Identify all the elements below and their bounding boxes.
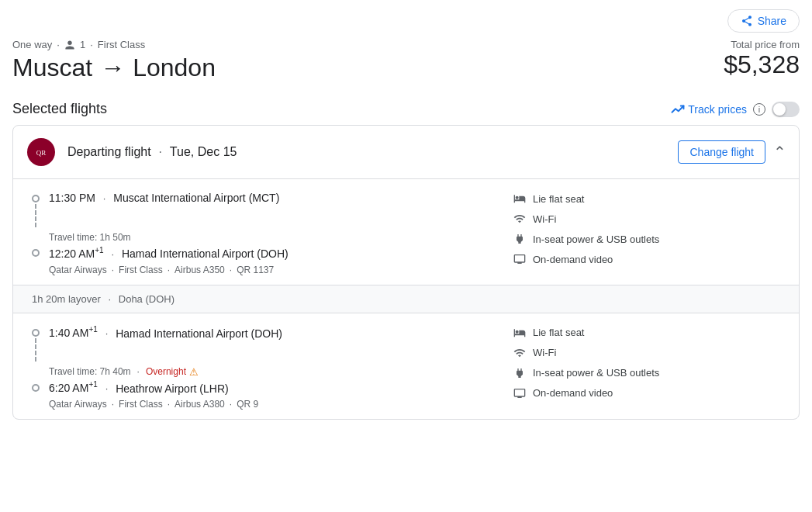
amenity-wifi-2: Wi-Fi — [513, 346, 780, 360]
departing-info: Departing flight · Tue, Dec 15 — [67, 145, 237, 159]
share-button[interactable]: Share — [727, 9, 800, 33]
amenity-power-label-2: In-seat power & USB outlets — [533, 367, 659, 379]
amenity-video-label-2: On-demand video — [533, 387, 613, 399]
track-prices-area: Track prices i — [671, 102, 800, 117]
travel-time-2: Travel time: 7h 40m · Overnight ⚠ — [49, 366, 482, 378]
flight-card-header: QR Departing flight · Tue, Dec 15 Change… — [13, 126, 799, 179]
dot-col-arrival-1 — [32, 246, 40, 257]
info-icon[interactable]: i — [753, 103, 765, 116]
origin: Muscat — [12, 54, 92, 82]
amenity-seat-label-2: Lie flat seat — [533, 327, 585, 338]
trip-type: One way — [12, 39, 52, 50]
video-icon-1 — [513, 252, 527, 266]
track-prices-label: Track prices — [688, 103, 747, 116]
departing-label: Departing flight — [67, 145, 151, 158]
segment-1-left: 11:30 PM · Muscat International Airport … — [32, 192, 482, 275]
seat-icon-2 — [513, 326, 527, 340]
dot-col-1 — [32, 192, 40, 229]
overnight-badge: Overnight — [146, 366, 186, 377]
amenity-seat-2: Lie flat seat — [513, 326, 780, 340]
arrival-airport-2: Heathrow Airport (LHR) — [116, 382, 229, 394]
departure-row-2: 1:40 AM+1 · Hamad International Airport … — [32, 326, 482, 363]
dot-col-2 — [32, 326, 40, 363]
collapse-icon[interactable]: ⌃ — [773, 143, 786, 161]
selected-flights-row: Selected flights Track prices i — [12, 101, 800, 117]
header-row: One way · 1 · First Class Muscat → Londo… — [12, 39, 800, 92]
price-label: Total price from — [724, 39, 800, 50]
layover-row: 1h 20m layover · Doha (DOH) — [13, 285, 799, 313]
departing-date: Tue, Dec 15 — [170, 145, 237, 158]
amenity-video-label-1: On-demand video — [533, 254, 613, 265]
departure-circle-1 — [32, 195, 40, 202]
arrival-circle-1 — [32, 249, 40, 257]
amenity-wifi-label-1: Wi-Fi — [533, 213, 556, 225]
amenity-seat-1: Lie flat seat — [513, 192, 780, 206]
track-prices-button[interactable]: Track prices — [671, 102, 747, 116]
dot-col-arrival-2 — [32, 381, 40, 392]
power-icon-2 — [513, 366, 527, 380]
trip-info: One way · 1 · First Class Muscat → Londo… — [12, 39, 216, 92]
amenity-wifi-1: Wi-Fi — [513, 212, 780, 226]
top-bar: Share — [12, 9, 800, 33]
arrival-row-1: 12:20 AM+1 · Hamad International Airport… — [32, 246, 482, 260]
cabin-class: First Class — [98, 39, 145, 50]
arrival-airport-1: Hamad International Airport (DOH) — [122, 247, 289, 260]
amenity-power-1: In-seat power & USB outlets — [513, 232, 780, 246]
airline-info-1: Qatar Airways · First Class · Airbus A35… — [49, 265, 482, 275]
amenity-power-2: In-seat power & USB outlets — [513, 366, 780, 380]
dashed-line-2 — [35, 338, 36, 362]
arrival-row-2: 6:20 AM+1 · Heathrow Airport (LHR) — [32, 381, 482, 395]
amenity-seat-label-1: Lie flat seat — [533, 193, 585, 205]
departure-circle-2 — [32, 329, 40, 337]
seat-icon — [513, 192, 527, 206]
dashed-line-1 — [35, 204, 36, 227]
wifi-icon-1 — [513, 212, 527, 226]
svg-text:QR: QR — [36, 149, 47, 157]
video-icon-2 — [513, 386, 527, 400]
share-icon — [741, 15, 753, 27]
wifi-icon-2 — [513, 346, 527, 360]
flight-card-header-left: QR Departing flight · Tue, Dec 15 — [26, 137, 237, 168]
layover-location: Doha (DOH) — [119, 293, 174, 305]
qatar-airways-logo-icon: QR — [26, 137, 57, 168]
trend-icon — [671, 102, 685, 116]
warning-icon: ⚠ — [189, 366, 199, 378]
selected-flights-title: Selected flights — [12, 101, 107, 117]
amenity-video-2: On-demand video — [513, 386, 780, 400]
destination: London — [133, 54, 216, 82]
flight-card-header-right: Change flight ⌃ — [678, 140, 786, 164]
arrival-time-1: 12:20 AM+1 — [49, 247, 106, 260]
departure-airport-1: Muscat International Airport (MCT) — [113, 192, 279, 204]
departure-time-2: 1:40 AM+1 — [49, 327, 101, 339]
segment-2-left: 1:40 AM+1 · Hamad International Airport … — [32, 326, 482, 410]
segment-2: 1:40 AM+1 · Hamad International Airport … — [13, 313, 799, 420]
amenity-wifi-label-2: Wi-Fi — [533, 347, 556, 358]
arrival-circle-2 — [32, 384, 40, 392]
track-prices-toggle[interactable] — [772, 102, 800, 117]
segment-1: 11:30 PM · Muscat International Airport … — [13, 179, 799, 285]
departure-airport-2: Hamad International Airport (DOH) — [116, 327, 282, 339]
amenity-video-1: On-demand video — [513, 252, 780, 266]
price-value: $5,328 — [724, 50, 800, 79]
departure-time-1: 11:30 PM — [49, 192, 98, 204]
layover-duration: 1h 20m layover — [32, 293, 101, 305]
share-label: Share — [758, 15, 786, 27]
power-icon-1 — [513, 232, 527, 246]
price-section: Total price from $5,328 — [724, 39, 800, 79]
airline-info-2: Qatar Airways · First Class · Airbus A38… — [49, 399, 482, 410]
route-arrow: → — [100, 54, 125, 82]
segment-2-amenities: Lie flat seat Wi-Fi In-seat power & USB … — [482, 326, 780, 410]
change-flight-button[interactable]: Change flight — [678, 140, 765, 164]
amenity-power-label-1: In-seat power & USB outlets — [533, 234, 659, 245]
airline-logo: QR — [26, 137, 57, 168]
arrival-time-2: 6:20 AM+1 — [49, 382, 101, 394]
segment-1-amenities: Lie flat seat Wi-Fi In-seat power & USB … — [482, 192, 780, 275]
departure-row-1: 11:30 PM · Muscat International Airport … — [32, 192, 482, 229]
person-icon — [64, 40, 75, 50]
trip-meta: One way · 1 · First Class — [12, 39, 216, 50]
trip-route: Muscat → London — [12, 54, 216, 82]
flight-card: QR Departing flight · Tue, Dec 15 Change… — [12, 125, 800, 420]
travel-time-1: Travel time: 1h 50m — [49, 232, 482, 243]
passengers: 1 — [80, 39, 85, 50]
